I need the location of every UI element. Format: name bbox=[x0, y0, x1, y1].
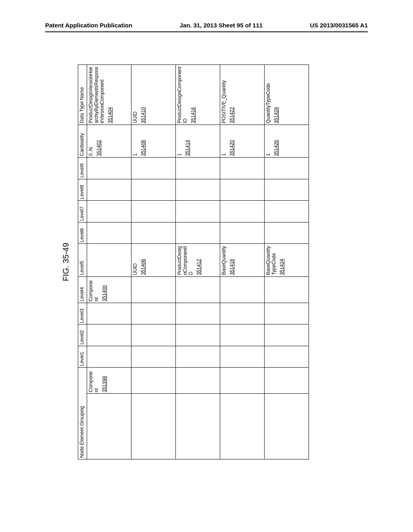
cell-data-type-name: QuantityTypeCode 351428 bbox=[265, 65, 309, 125]
cell-cardinality: 1 351420 bbox=[220, 125, 265, 157]
cell-level3 bbox=[131, 303, 176, 324]
cell-text: ProductDesignComponentID bbox=[177, 246, 194, 275]
rotated-figure: FIG. 35-49 Node Element Grouping Level1 … bbox=[61, 64, 352, 459]
cell-level3 bbox=[265, 303, 309, 324]
cell-level1 bbox=[131, 346, 176, 367]
reference-number: 351406 bbox=[140, 245, 146, 275]
reference-number: 351412 bbox=[196, 245, 202, 275]
cell-component bbox=[220, 368, 265, 394]
cell-component: Component 351398 bbox=[87, 368, 131, 394]
reference-number: 351410 bbox=[140, 66, 146, 123]
cell-level5: UUID 351406 bbox=[131, 244, 176, 276]
cell-level1 bbox=[220, 346, 265, 367]
col-level3: Level3 bbox=[78, 303, 87, 324]
cell-level6 bbox=[220, 222, 265, 243]
cell-level6 bbox=[176, 222, 220, 243]
cell-level9 bbox=[131, 158, 176, 179]
cell-level3 bbox=[176, 303, 220, 324]
cell-level4 bbox=[131, 276, 176, 303]
table-row: ProductDesignComponentID 351412 1 351414 bbox=[176, 65, 220, 459]
cell-level2 bbox=[265, 324, 309, 346]
col-level5: Level5 bbox=[78, 244, 87, 276]
cell-neg bbox=[265, 394, 309, 459]
page-header: Patent Application Publication Jan. 31, … bbox=[45, 22, 368, 29]
cell-level2 bbox=[87, 324, 131, 346]
cell-level7 bbox=[220, 201, 265, 222]
cell-level3 bbox=[87, 303, 131, 324]
col-level8: Level8 bbox=[78, 179, 87, 200]
cell-level9 bbox=[220, 158, 265, 179]
table-row: Component 351398 Component 351400 bbox=[87, 65, 131, 459]
cell-level4: Component 351400 bbox=[87, 276, 131, 303]
reference-number: 351428 bbox=[273, 66, 279, 123]
cell-neg bbox=[87, 394, 131, 459]
cell-level8 bbox=[176, 179, 220, 200]
col-level9: Level9 bbox=[78, 158, 87, 179]
cell-level2 bbox=[131, 324, 176, 346]
cell-component bbox=[176, 368, 220, 394]
cell-level8 bbox=[87, 179, 131, 200]
cell-text: ProductDesignComponentID bbox=[177, 66, 188, 123]
reference-number: 351404 bbox=[107, 66, 113, 123]
cell-level7 bbox=[87, 201, 131, 222]
cell-level7 bbox=[176, 201, 220, 222]
reference-number: 351426 bbox=[273, 126, 279, 156]
header-rule bbox=[45, 31, 368, 32]
cell-level4 bbox=[176, 276, 220, 303]
cell-level8 bbox=[265, 179, 309, 200]
cell-neg bbox=[131, 394, 176, 459]
col-node-element-grouping: Node Element Grouping bbox=[78, 368, 87, 459]
cell-text: UUID bbox=[132, 112, 138, 123]
table-header-row: Node Element Grouping Level1 Level2 Leve… bbox=[78, 65, 87, 459]
cell-text: 1 bbox=[265, 154, 271, 156]
cell-cardinality: 1 351408 bbox=[131, 125, 176, 157]
data-table: Node Element Grouping Level1 Level2 Leve… bbox=[78, 64, 309, 459]
cell-data-type-name: UUID 351410 bbox=[131, 65, 176, 125]
cell-level6 bbox=[87, 222, 131, 243]
col-level2: Level2 bbox=[78, 324, 87, 346]
cell-level1 bbox=[87, 346, 131, 367]
reference-number: 351418 bbox=[229, 245, 235, 275]
cell-text: 1 bbox=[132, 154, 138, 156]
table-body: Component 351398 Component 351400 bbox=[87, 65, 309, 459]
cell-level5 bbox=[87, 244, 131, 276]
figure-label: FIG. 35-49 bbox=[61, 64, 71, 459]
reference-number: 351400 bbox=[102, 278, 107, 301]
cell-level6 bbox=[131, 222, 176, 243]
col-level1: Level1 bbox=[78, 346, 87, 367]
cell-data-type-name: ProductDesignVersionHierarchyByElementsR… bbox=[87, 65, 131, 125]
reference-number: 351402 bbox=[96, 126, 102, 156]
reference-number: 351420 bbox=[229, 126, 235, 156]
cell-level4 bbox=[220, 276, 265, 303]
reference-number: 351424 bbox=[279, 245, 285, 275]
table-row: BaseQuantityTypeCode 351424 1 351426 Qua bbox=[265, 65, 309, 459]
cell-neg bbox=[176, 394, 220, 459]
cell-level4 bbox=[265, 276, 309, 303]
cell-level8 bbox=[131, 179, 176, 200]
cell-text: Component bbox=[88, 281, 99, 301]
cell-component bbox=[265, 368, 309, 394]
cell-text: ProductDesignVersionHierarchyByElementsR… bbox=[88, 66, 105, 123]
cell-level7 bbox=[131, 201, 176, 222]
cell-text: QuantityTypeCode bbox=[265, 83, 271, 123]
cell-component bbox=[131, 368, 176, 394]
col-cardinality: Cardinality bbox=[78, 125, 87, 157]
cell-text: BaseQuantity bbox=[221, 246, 227, 275]
cell-level5: BaseQuantityTypeCode 351424 bbox=[265, 244, 309, 276]
col-level7: Level7 bbox=[78, 201, 87, 222]
header-left: Patent Application Publication bbox=[45, 22, 132, 29]
cell-text: UUID bbox=[132, 263, 138, 275]
cell-level2 bbox=[176, 324, 220, 346]
cell-level1 bbox=[265, 346, 309, 367]
cell-level9 bbox=[176, 158, 220, 179]
figure-area: FIG. 35-49 Node Element Grouping Level1 … bbox=[45, 60, 368, 463]
cell-cardinality: 1 351414 bbox=[176, 125, 220, 157]
cell-text: Component bbox=[88, 371, 99, 392]
cell-data-type-name: POSITIVE_Quantity 351422 bbox=[220, 65, 265, 125]
cell-text: 0..N bbox=[88, 147, 94, 156]
cell-level6 bbox=[265, 222, 309, 243]
cell-level9 bbox=[265, 158, 309, 179]
cell-cardinality: 1 351426 bbox=[265, 125, 309, 157]
reference-number: 351414 bbox=[185, 126, 190, 156]
table-row: BaseQuantity 351418 1 351420 POSITIVE_Qu bbox=[220, 65, 265, 459]
